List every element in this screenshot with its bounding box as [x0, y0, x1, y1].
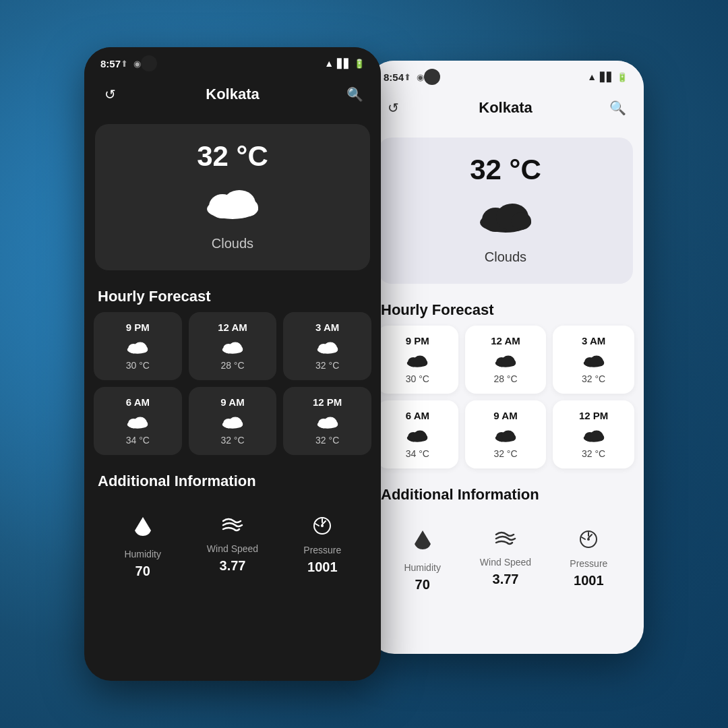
- forecast-time: 9 PM: [126, 322, 150, 333]
- light-humidity-icon: [413, 529, 432, 558]
- light-refresh-button[interactable]: ↺: [381, 96, 405, 120]
- dark-additional-grid: Humidity 70 Wind Speed 3.77: [98, 508, 367, 587]
- light-wind-icon: [495, 529, 516, 553]
- light-wind-value: 3.77: [493, 572, 519, 587]
- svg-point-49: [420, 434, 428, 441]
- forecast-time: 9 AM: [493, 410, 517, 421]
- forecast-temp: 32 °C: [493, 448, 517, 459]
- dark-humidity-label: Humidity: [124, 549, 160, 559]
- forecast-temp: 34 °C: [406, 448, 429, 459]
- forecast-temp: 28 °C: [220, 360, 244, 371]
- svg-point-3: [238, 199, 258, 216]
- forecast-temp: 30 °C: [126, 360, 150, 371]
- svg-point-37: [420, 359, 428, 366]
- forecast-temp: 32 °C: [220, 435, 244, 446]
- light-pressure-icon: [578, 529, 599, 554]
- forecast-time: 3 AM: [582, 335, 605, 346]
- dark-refresh-button[interactable]: ↺: [98, 82, 122, 107]
- forecast-temp: 28 °C: [493, 373, 517, 384]
- dark-weather-card: 32 °C Clouds: [95, 124, 370, 270]
- forecast-temp: 34 °C: [126, 435, 150, 446]
- forecast-time: 6 AM: [406, 410, 429, 421]
- forecast-item: 9 AM 32 °C: [465, 400, 547, 468]
- forecast-item: 6 AM 34 °C: [94, 387, 182, 455]
- forecast-temp: 32 °C: [582, 448, 605, 459]
- forecast-temp: 32 °C: [582, 373, 605, 384]
- svg-point-41: [508, 359, 516, 366]
- svg-point-19: [140, 421, 148, 427]
- light-wind-item: Wind Speed 3.77: [464, 521, 547, 601]
- light-forecast-grid: 9 PM 30 °C 12 AM 28 °C 3 AM 32 °C 6 AM 3…: [367, 326, 644, 468]
- svg-point-33: [511, 212, 531, 230]
- svg-point-53: [508, 434, 516, 441]
- dark-time: 8:57: [100, 58, 121, 69]
- dark-humidity-item: Humidity 70: [98, 508, 187, 587]
- forecast-temp: 32 °C: [315, 435, 339, 446]
- forecast-time: 12 AM: [491, 335, 520, 346]
- forecast-item: 12 PM 32 °C: [283, 387, 371, 455]
- dark-phone: 8:57 ⬆ ◉ ▲ ▋▋ 🔋 ↺ Kolkata 🔍 32 °C: [84, 47, 381, 681]
- dark-additional-title: Additional Information: [84, 462, 381, 497]
- light-pressure-item: Pressure 1001: [547, 521, 630, 601]
- light-search-button[interactable]: 🔍: [606, 96, 630, 120]
- light-city-name: Kolkata: [479, 99, 532, 117]
- forecast-item: 9 AM 32 °C: [189, 387, 277, 455]
- forecast-item: 12 PM 32 °C: [553, 400, 634, 468]
- forecast-time: 3 AM: [315, 322, 339, 333]
- dark-city-name: Kolkata: [206, 86, 259, 103]
- dark-cloud-icon: [202, 181, 263, 228]
- light-temperature: 32 °C: [470, 154, 541, 186]
- light-additional-section: Humidity 70 Wind Speed 3.77: [367, 510, 644, 617]
- dark-pressure-label: Pressure: [303, 545, 341, 555]
- light-additional-grid: Humidity 70 Wind Speed 3.77: [381, 521, 630, 601]
- phones-container: 8:57 ⬆ ◉ ▲ ▋▋ 🔋 ↺ Kolkata 🔍 32 °C: [84, 47, 644, 681]
- forecast-item: 9 PM 30 °C: [377, 326, 458, 394]
- light-time: 8:54: [384, 71, 404, 83]
- dark-forecast-grid: 9 PM 30 °C 12 AM 28 °C 3 AM 32 °C 6 AM 3…: [84, 312, 381, 455]
- light-status-bar: 8:54 ⬆ ◉ ▲ ▋▋ 🔋: [367, 61, 644, 90]
- light-humidity-value: 70: [415, 577, 430, 593]
- forecast-time: 9 AM: [220, 396, 244, 408]
- svg-point-7: [140, 346, 148, 353]
- forecast-temp: 32 °C: [315, 360, 339, 371]
- svg-point-45: [596, 359, 604, 366]
- svg-point-27: [330, 421, 338, 427]
- svg-point-15: [330, 346, 338, 353]
- light-weather-card: 32 °C Clouds: [378, 138, 633, 284]
- forecast-temp: 30 °C: [406, 373, 429, 384]
- forecast-time: 12 PM: [313, 396, 342, 408]
- dark-wind-value: 3.77: [220, 558, 246, 574]
- dark-camera-dot: [141, 55, 157, 71]
- light-humidity-item: Humidity 70: [381, 521, 464, 601]
- light-pressure-value: 1001: [574, 573, 604, 588]
- dark-forecast-title: Hourly Forecast: [84, 277, 381, 312]
- forecast-item: 12 AM 28 °C: [465, 326, 547, 394]
- forecast-time: 12 PM: [579, 410, 608, 421]
- dark-app-header: ↺ Kolkata 🔍: [84, 77, 381, 117]
- light-cloud-icon: [475, 194, 536, 241]
- svg-point-23: [235, 421, 243, 427]
- dark-temperature: 32 °C: [197, 140, 268, 173]
- dark-pressure-icon: [312, 516, 332, 541]
- light-humidity-label: Humidity: [404, 562, 440, 573]
- dark-search-button[interactable]: 🔍: [343, 82, 367, 107]
- forecast-item: 6 AM 34 °C: [377, 400, 458, 468]
- svg-point-11: [235, 346, 243, 353]
- svg-point-57: [596, 434, 604, 441]
- dark-humidity-icon: [133, 516, 152, 545]
- dark-pressure-value: 1001: [307, 559, 338, 575]
- forecast-time: 6 AM: [126, 396, 150, 408]
- dark-wind-item: Wind Speed 3.77: [187, 508, 277, 587]
- forecast-item: 3 AM 32 °C: [283, 312, 371, 380]
- light-app-header: ↺ Kolkata 🔍: [367, 90, 644, 131]
- light-additional-title: Additional Information: [367, 475, 644, 510]
- forecast-item: 12 AM 28 °C: [189, 312, 277, 380]
- light-forecast-title: Hourly Forecast: [367, 291, 644, 326]
- dark-additional-section: Humidity 70 Wind Speed 3.77: [84, 497, 381, 603]
- dark-wind-label: Wind Speed: [207, 543, 258, 554]
- dark-humidity-value: 70: [135, 564, 150, 579]
- dark-pressure-item: Pressure 1001: [278, 508, 367, 587]
- light-camera-dot: [424, 69, 440, 85]
- light-wind-label: Wind Speed: [480, 557, 531, 568]
- light-phone: 8:54 ⬆ ◉ ▲ ▋▋ 🔋 ↺ Kolkata 🔍 32 °C: [367, 61, 644, 654]
